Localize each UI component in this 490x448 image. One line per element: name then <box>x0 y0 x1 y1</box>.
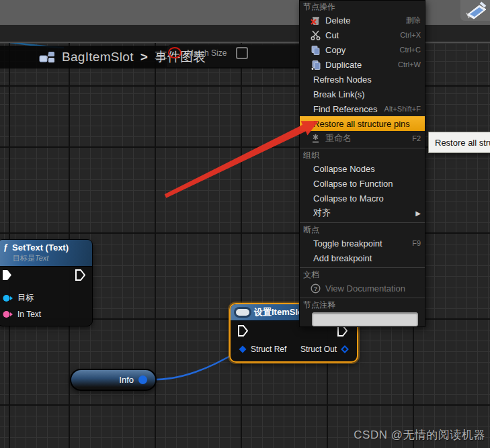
rename-icon <box>310 134 321 144</box>
node-settext-subtitle-target: Text <box>35 254 48 262</box>
red-circle-annotation <box>168 47 181 58</box>
menu-section-documentation: 文档 <box>300 270 425 281</box>
node-settext-subtitle: 目标是 <box>13 254 35 262</box>
menu-item-cut[interactable]: Cut Ctrl+X <box>300 28 425 42</box>
menu-item-collapse-to-function[interactable]: Collapse to Function <box>300 176 425 191</box>
struct-ref-pin[interactable] <box>239 345 247 353</box>
menu-section-organization: 组织 <box>300 150 425 161</box>
menu-section-breakpoints: 断点 <box>300 225 425 236</box>
struct-ref-pin-label: Struct Ref <box>251 345 286 354</box>
struct-out-pin[interactable] <box>341 345 349 353</box>
svg-text:?: ? <box>314 285 318 292</box>
tooltip-text: Restore all stru <box>435 138 490 148</box>
menu-item-view-documentation[interactable]: ? View Documentation <box>300 281 425 296</box>
menu-item-rename[interactable]: 重命名 F2 <box>300 131 425 146</box>
menu-item-refresh-nodes[interactable]: Refresh Nodes <box>300 72 425 87</box>
menu-item-break-links[interactable]: Break Link(s) <box>300 87 425 101</box>
exec-out-pin[interactable] <box>75 269 85 281</box>
class-defaults-icon <box>463 1 487 20</box>
node-settext[interactable]: ƒSetText (Text) 目标是Text 目标 In Text <box>0 239 93 326</box>
struct-out-pin-label: Struct Out <box>300 345 337 354</box>
node-comment-input[interactable] <box>312 312 418 326</box>
cut-icon <box>310 30 321 40</box>
menu-item-align[interactable]: 对齐 ▶ <box>300 206 425 220</box>
menu-separator <box>300 298 425 298</box>
menu-separator <box>300 267 425 268</box>
menu-item-toggle-breakpoint[interactable]: Toggle breakpoint F9 <box>300 236 425 251</box>
menu-item-copy[interactable]: Copy Ctrl+C <box>300 42 425 57</box>
copy-icon <box>310 45 321 55</box>
breadcrumb-blueprint-name[interactable]: BagItemSlot <box>62 50 134 64</box>
menu-separator <box>300 148 425 148</box>
menu-separator <box>300 222 425 223</box>
node-set-itemslot-title: 设置ItemSlot <box>254 306 306 318</box>
breadcrumb-separator: > <box>140 50 148 64</box>
menu-item-delete[interactable]: Delete 删除 <box>300 13 425 28</box>
tooltip: Restore all stru <box>428 132 490 153</box>
menu-item-collapse-nodes[interactable]: Collapse Nodes <box>300 161 425 176</box>
help-icon: ? <box>310 283 321 294</box>
menu-section-node-comment: 节点注释 <box>300 300 425 311</box>
menu-item-collapse-to-macro[interactable]: Collapse to Macro <box>300 191 425 206</box>
info-output-pin[interactable] <box>138 375 147 384</box>
in-text-pin[interactable] <box>3 310 13 318</box>
duplicate-icon <box>310 60 321 70</box>
set-icon <box>236 309 249 316</box>
node-settext-title: SetText (Text) <box>12 242 69 253</box>
target-pin-label: 目标 <box>17 292 34 304</box>
blueprint-icon <box>39 51 55 63</box>
watermark: CSDN @无情的阅读机器 <box>354 427 485 443</box>
class-defaults-button[interactable] <box>460 0 490 21</box>
menu-item-duplicate[interactable]: Duplicate Ctrl+W <box>300 57 425 72</box>
menu-item-restore-all-structure-pins[interactable]: Restore all structure pins <box>300 116 425 131</box>
delete-icon <box>310 15 321 26</box>
menu-item-find-references[interactable]: Find References Alt+Shift+F <box>300 101 425 116</box>
submenu-arrow-icon: ▶ <box>415 210 421 217</box>
target-pin[interactable] <box>3 294 13 302</box>
menu-section-node-actions: 节点操作 <box>300 2 425 13</box>
exec-in-pin[interactable] <box>238 325 248 337</box>
in-text-pin-label: In Text <box>17 310 41 319</box>
node-settext-header[interactable]: ƒSetText (Text) 目标是Text <box>0 240 92 267</box>
node-context-menu: 节点操作 Delete 删除 Cut Ctrl+X Copy Ctrl+C Du… <box>299 0 425 327</box>
node-info-label: Info <box>119 375 134 385</box>
function-icon: ƒ <box>3 242 8 253</box>
match-size-checkbox[interactable] <box>236 47 248 59</box>
menu-item-add-breakpoint[interactable]: Add breakpoint <box>300 251 425 265</box>
node-info-getter[interactable]: Info <box>70 369 157 391</box>
exec-in-pin[interactable] <box>2 269 12 281</box>
